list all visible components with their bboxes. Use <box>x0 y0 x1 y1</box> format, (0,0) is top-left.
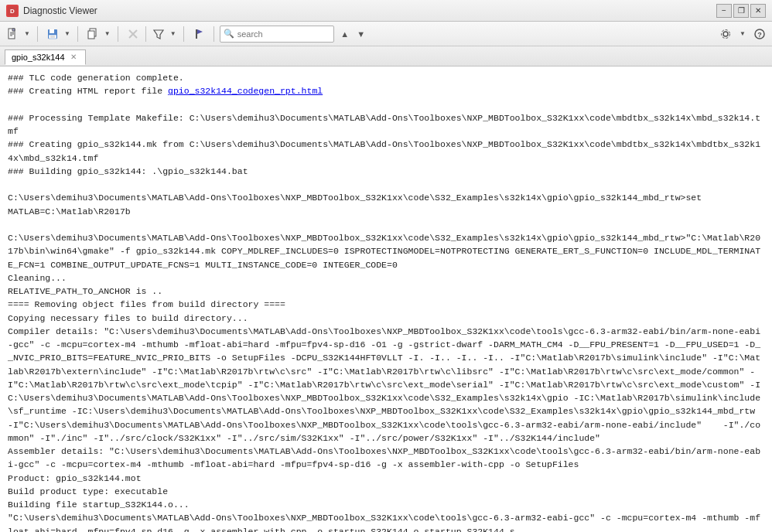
sep-2 <box>77 26 78 42</box>
settings-dropdown[interactable]: ▼ <box>738 30 747 37</box>
toolbar: ▼ ▼ ▼ <box>0 22 772 46</box>
window-title: Diagnostic Viewer <box>23 5 97 16</box>
svg-text:?: ? <box>757 31 762 39</box>
search-icon: 🔍 <box>224 29 234 39</box>
title-bar-left: D Diagnostic Viewer <box>6 5 97 17</box>
new-doc-btn[interactable] <box>3 25 22 43</box>
log-line-9: MATLAB=C:\Matlab\R2017b <box>8 205 764 218</box>
log-line-3 <box>8 98 764 111</box>
toolbar-right: ▼ ? <box>716 25 769 43</box>
toolbar-group-1: ▼ <box>3 25 32 43</box>
search-nav: ▲ ▼ <box>337 26 369 42</box>
log-line-19: Build product type: executable <box>8 485 764 498</box>
main-area: ### TLC code generation complete. ### Cr… <box>0 66 772 532</box>
log-line-10 <box>8 218 764 231</box>
svg-rect-7 <box>50 29 54 33</box>
log-line-4: ### Processing Template Makefile: C:\Use… <box>8 111 764 138</box>
log-line-14: ==== Removing object files from build di… <box>8 298 764 311</box>
sep-1 <box>37 26 38 42</box>
copy-dropdown[interactable]: ▼ <box>103 30 112 37</box>
toolbar-group-4: ▼ <box>124 25 178 43</box>
svg-marker-16 <box>197 29 203 34</box>
log-line-12: Cleaning... <box>8 271 764 285</box>
log-line-21: "C:\Users\demihu3\Documents\MATLAB\Add-O… <box>8 511 764 532</box>
svg-rect-11 <box>88 31 94 39</box>
svg-rect-9 <box>50 36 55 38</box>
close-btn[interactable]: ✕ <box>750 4 766 18</box>
delete-btn <box>124 25 142 43</box>
sep-4 <box>145 26 146 42</box>
log-line-1: ### TLC code generation complete. <box>8 71 764 84</box>
sep-5 <box>183 26 184 42</box>
log-line-13: RELATIVE_PATH_TO_ANCHOR is .. <box>8 285 764 298</box>
new-doc-dropdown[interactable]: ▼ <box>22 30 32 37</box>
svg-text:D: D <box>10 8 15 15</box>
codegen-report-link[interactable]: gpio_s32k144_codegen_rpt.html <box>168 86 323 96</box>
log-line-5: ### Creating gpio_s32k144.mk from C:\Use… <box>8 138 764 165</box>
flag-btn[interactable] <box>190 25 208 43</box>
log-line-11: C:\Users\demihu3\Documents\MATLAB\Add-On… <box>8 231 764 271</box>
search-box[interactable]: 🔍 <box>220 26 334 43</box>
save-dropdown[interactable]: ▼ <box>63 30 72 37</box>
log-line-20: Building file startup_S32K144.o... <box>8 498 764 511</box>
title-bar: D Diagnostic Viewer − ❐ ✕ <box>0 0 772 22</box>
log-line-7 <box>8 178 764 191</box>
save-btn[interactable] <box>43 25 62 43</box>
tab-label: gpio_s32k144 <box>12 53 65 62</box>
log-line-16: Compiler details: "C:\Users\demihu3\Docu… <box>8 325 764 445</box>
tab-bar: gpio_s32k144 ✕ <box>0 46 772 66</box>
log-line-17: Assembler details: "C:\Users\demihu3\Doc… <box>8 445 764 472</box>
copy-btn[interactable] <box>84 25 102 43</box>
search-up-btn[interactable]: ▲ <box>337 26 353 42</box>
minimize-btn[interactable]: − <box>716 4 732 18</box>
log-line-6: ### Building gpio_s32k144: .\gpio_s32k14… <box>8 165 764 178</box>
svg-point-17 <box>723 32 728 36</box>
filter-dropdown[interactable]: ▼ <box>169 30 178 37</box>
settings-btn[interactable] <box>716 25 735 43</box>
tab-gpio[interactable]: gpio_s32k144 ✕ <box>5 49 86 65</box>
help-btn[interactable]: ? <box>750 25 769 43</box>
sep-6 <box>213 26 214 42</box>
log-line-15: Copying necessary files to build directo… <box>8 312 764 325</box>
log-line-2: ### Creating HTML report file gpio_s32k1… <box>8 84 764 97</box>
svg-rect-15 <box>196 29 197 39</box>
svg-marker-14 <box>154 30 163 39</box>
tab-close-btn[interactable]: ✕ <box>68 52 79 63</box>
search-down-btn[interactable]: ▼ <box>354 26 369 42</box>
svg-point-18 <box>722 29 730 38</box>
log-line-18: Product: gpio_s32k144.mot <box>8 472 764 485</box>
window-controls: − ❐ ✕ <box>716 4 766 18</box>
toolbar-group-3: ▼ <box>84 25 112 43</box>
filter-btn[interactable] <box>149 25 168 43</box>
log-line-8: C:\Users\demihu3\Documents\MATLAB\Add-On… <box>8 191 764 204</box>
toolbar-group-2: ▼ <box>43 25 72 43</box>
restore-btn[interactable]: ❐ <box>733 4 749 18</box>
log-content[interactable]: ### TLC code generation complete. ### Cr… <box>0 66 772 532</box>
sep-3 <box>118 26 118 42</box>
search-input[interactable] <box>237 29 330 39</box>
app-icon: D <box>6 5 19 17</box>
